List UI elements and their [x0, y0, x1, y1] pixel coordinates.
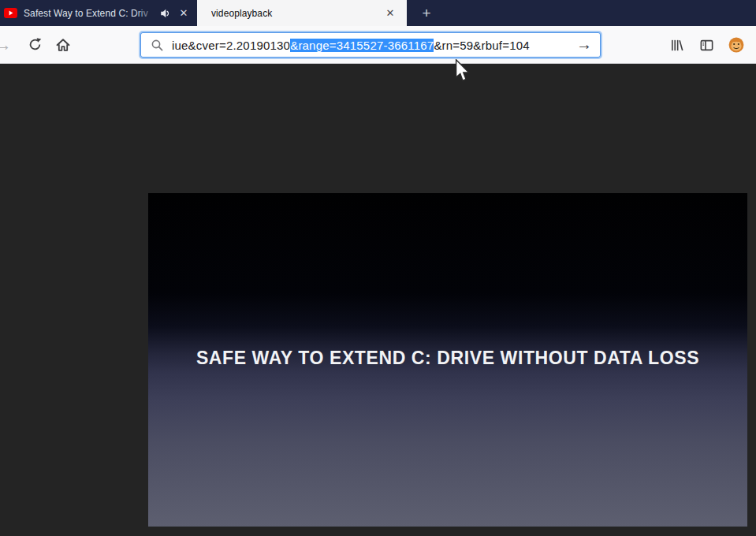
tab-videoplayback[interactable]: videoplayback ✕ [197, 0, 407, 26]
address-bar[interactable]: iue&cver=2.20190130&range=3415527-366116… [140, 32, 601, 58]
toolbar-right-icons [665, 26, 748, 64]
search-icon [151, 39, 164, 52]
url-input[interactable]: iue&cver=2.20190130&range=3415527-366116… [172, 39, 572, 52]
library-icon [669, 38, 684, 53]
sidebar-button[interactable] [695, 33, 718, 57]
url-segment-selected: &range=3415527-3661167 [290, 39, 434, 52]
reload-icon [28, 37, 43, 52]
mouse-cursor [454, 59, 471, 86]
close-icon[interactable]: ✕ [175, 5, 192, 22]
home-icon [55, 37, 71, 53]
video-caption: SAFE WAY TO EXTEND C: DRIVE WITHOUT DATA… [148, 348, 747, 369]
browser-content-area: SAFE WAY TO EXTEND C: DRIVE WITHOUT DATA… [0, 64, 756, 536]
navigation-toolbar: → iue&cver=2.20190130&range=3415527-3661… [0, 26, 756, 64]
close-icon[interactable]: ✕ [382, 5, 399, 22]
url-segment-pre: iue&cver=2.20190130 [172, 39, 290, 52]
video-player[interactable]: SAFE WAY TO EXTEND C: DRIVE WITHOUT DATA… [148, 193, 747, 527]
youtube-icon [4, 8, 17, 18]
sidebar-icon [699, 38, 714, 53]
forward-button[interactable]: → [0, 32, 16, 58]
audio-playing-icon[interactable] [157, 8, 173, 19]
tab-title: videoplayback [211, 8, 380, 19]
tab-youtube-video[interactable]: Safest Way to Extend C: Driv ✕ [0, 0, 197, 26]
tab-title: Safest Way to Extend C: Driv [24, 8, 157, 19]
reload-button[interactable] [22, 32, 47, 58]
url-segment-post: &rn=59&rbuf=104 [434, 39, 529, 52]
new-tab-button[interactable]: + [413, 0, 440, 26]
tab-bar: Safest Way to Extend C: Driv ✕ videoplay… [0, 0, 756, 26]
monkey-icon [728, 36, 745, 54]
home-button[interactable] [50, 32, 76, 58]
go-button[interactable]: → [572, 35, 594, 55]
library-button[interactable] [665, 33, 688, 57]
extension-button[interactable] [724, 33, 748, 57]
